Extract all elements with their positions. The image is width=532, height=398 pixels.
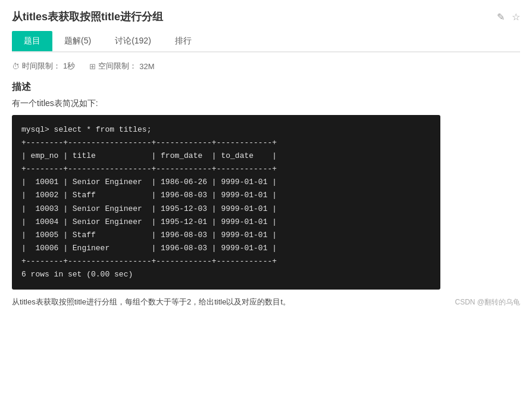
clock-icon: ⏱: [12, 62, 20, 71]
memory-icon: ⊞: [89, 62, 96, 71]
space-limit-label: 空间限制：: [98, 61, 137, 71]
code-block: mysql> select * from titles; +--------+-…: [12, 115, 440, 290]
space-limit-value: 32M: [139, 62, 154, 71]
description-section: 描述 有一个titles表简况如下: mysql> select * from …: [12, 81, 520, 307]
tab-question[interactable]: 题目: [12, 31, 52, 51]
time-limit-value: 1秒: [63, 61, 75, 71]
tabs-row: 题目 题解(5) 讨论(192) 排行: [12, 31, 520, 52]
footer-row: 从titles表获取按照title进行分组，每组个数大于等于2，给出title以…: [12, 297, 520, 307]
section-title: 描述: [12, 81, 520, 94]
top-icons: ✎ ☆: [497, 11, 520, 23]
footer-description: 从titles表获取按照title进行分组，每组个数大于等于2，给出title以…: [12, 297, 443, 307]
time-limit-item: ⏱ 时间限制： 1秒: [12, 61, 75, 71]
page-title: 从titles表获取按照title进行分组: [12, 10, 163, 24]
edit-icon[interactable]: ✎: [497, 11, 505, 23]
tab-discussion[interactable]: 讨论(192): [103, 31, 163, 51]
time-limit-label: 时间限制：: [22, 61, 61, 71]
title-row: 从titles表获取按照title进行分组 ✎ ☆: [12, 10, 520, 24]
tab-solution[interactable]: 题解(5): [52, 31, 103, 51]
footer-credit: CSDN @翻转的乌龟: [455, 297, 520, 307]
main-container: 从titles表获取按照title进行分组 ✎ ☆ 题目 题解(5) 讨论(19…: [0, 0, 532, 319]
tab-ranking[interactable]: 排行: [163, 31, 204, 51]
star-icon[interactable]: ☆: [512, 11, 520, 23]
description-text: 有一个titles表简况如下:: [12, 98, 520, 109]
meta-row: ⏱ 时间限制： 1秒 ⊞ 空间限制： 32M: [12, 61, 520, 71]
space-limit-item: ⊞ 空间限制： 32M: [89, 61, 154, 71]
